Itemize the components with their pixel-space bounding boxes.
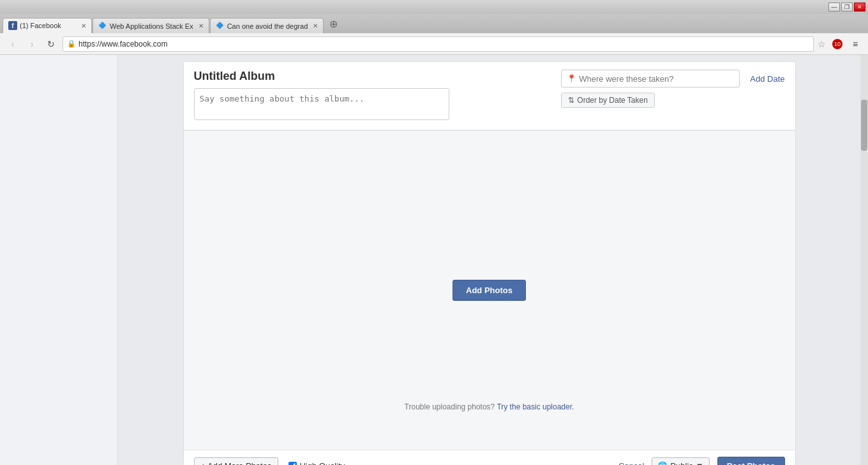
refresh-button[interactable]: ↻ — [43, 36, 59, 52]
tab-stack-exchange-title: Web Applications Stack Ex — [110, 22, 193, 30]
tab-bar: f (1) Facebook ✕ 🔷 Web Applications Stac… — [0, 14, 868, 33]
minimize-button[interactable]: — — [828, 3, 840, 11]
privacy-select[interactable]: 🌐 Public ▼ — [652, 457, 709, 465]
high-quality-checkbox[interactable] — [288, 462, 297, 465]
order-icon: ⇅ — [568, 96, 574, 105]
close-tab-icon[interactable]: ✕ — [81, 22, 86, 29]
lock-icon: 🔒 — [67, 40, 76, 48]
add-date-link[interactable]: Add Date — [750, 74, 784, 84]
scrollbar-track[interactable] — [860, 55, 868, 465]
bookmark-icon[interactable]: ☆ — [818, 39, 826, 49]
address-bar-row: ‹ › ↻ 🔒 https://www.facebook.com ☆ 10 ≡ — [0, 33, 868, 55]
back-button[interactable]: ‹ — [5, 36, 20, 52]
location-input[interactable] — [579, 74, 734, 84]
new-tab-button[interactable]: ⊕ — [324, 17, 342, 30]
left-sidebar — [0, 55, 118, 465]
address-box[interactable]: 🔒 https://www.facebook.com — [63, 36, 814, 52]
chevron-down-icon: ▼ — [696, 461, 704, 465]
browser-menu-icons: 10 ≡ — [830, 36, 863, 52]
facebook-favicon: f — [8, 21, 17, 30]
trouble-label: Trouble uploading photos? — [405, 402, 495, 411]
menu-icon[interactable]: ≡ — [848, 36, 863, 52]
location-pin-icon: 📍 — [567, 74, 576, 83]
notification-badge: 10 — [832, 39, 842, 49]
title-bar: — ❐ ✕ — [0, 0, 868, 14]
scrollbar-thumb[interactable] — [861, 100, 867, 151]
upload-area: Add Photos Trouble uploading photos? Try… — [184, 130, 795, 450]
close-tab2-icon[interactable]: ✕ — [198, 22, 204, 29]
cancel-button[interactable]: Cancel — [618, 461, 644, 465]
tab-can-one-title: Can one avoid the degrad — [227, 22, 308, 30]
location-input-wrapper: 📍 — [561, 70, 740, 88]
privacy-label: Public — [670, 461, 692, 465]
album-left: Untitled Album — [194, 70, 562, 122]
album-description-input[interactable] — [194, 88, 449, 120]
high-quality-label[interactable]: High Quality — [288, 461, 345, 465]
add-more-photos-button[interactable]: + Add More Photos — [194, 457, 279, 465]
order-by-date-button[interactable]: ⇅ Order by Date Taken — [561, 93, 655, 108]
page-body: Untitled Album 📍 Add Date ⇅ — [0, 55, 868, 465]
close-button[interactable]: ✕ — [854, 3, 865, 11]
footer-right: Cancel 🌐 Public ▼ Post Photos — [618, 457, 785, 465]
album-container: Untitled Album 📍 Add Date ⇅ — [183, 61, 796, 465]
tab-can-one[interactable]: 🔷 Can one avoid the degrad ✕ — [210, 18, 324, 33]
tab3-favicon: 🔷 — [216, 22, 225, 31]
browser-frame: — ❐ ✕ f (1) Facebook ✕ 🔷 Web Application… — [0, 0, 868, 465]
album-footer: + Add More Photos High Quality Cancel 🌐 … — [184, 450, 795, 465]
tab-stack-exchange[interactable]: 🔷 Web Applications Stack Ex ✕ — [93, 18, 209, 33]
main-content: Untitled Album 📍 Add Date ⇅ — [118, 55, 860, 465]
tab-facebook[interactable]: f (1) Facebook ✕ — [3, 18, 92, 33]
forward-button[interactable]: › — [24, 36, 40, 52]
album-title: Untitled Album — [194, 70, 562, 83]
high-quality-text: High Quality — [299, 461, 345, 465]
location-row: 📍 Add Date — [561, 70, 784, 88]
post-photos-button[interactable]: Post Photos — [717, 457, 785, 465]
try-basic-uploader-link[interactable]: Try the basic uploader. — [497, 402, 574, 411]
trouble-text: Trouble uploading photos? Try the basic … — [405, 402, 574, 411]
add-photos-button[interactable]: Add Photos — [453, 280, 526, 301]
maximize-button[interactable]: ❐ — [841, 3, 853, 11]
tab-facebook-title: (1) Facebook — [20, 22, 76, 29]
close-tab3-icon[interactable]: ✕ — [313, 22, 318, 29]
order-btn-label: Order by Date Taken — [577, 96, 648, 105]
album-right: 📍 Add Date ⇅ Order by Date Taken — [561, 70, 784, 108]
stack-exchange-favicon: 🔷 — [98, 22, 107, 31]
globe-icon: 🌐 — [657, 461, 668, 465]
album-header: Untitled Album 📍 Add Date ⇅ — [184, 62, 795, 130]
notification-icon[interactable]: 10 — [830, 36, 845, 52]
address-text: https://www.facebook.com — [79, 40, 809, 49]
